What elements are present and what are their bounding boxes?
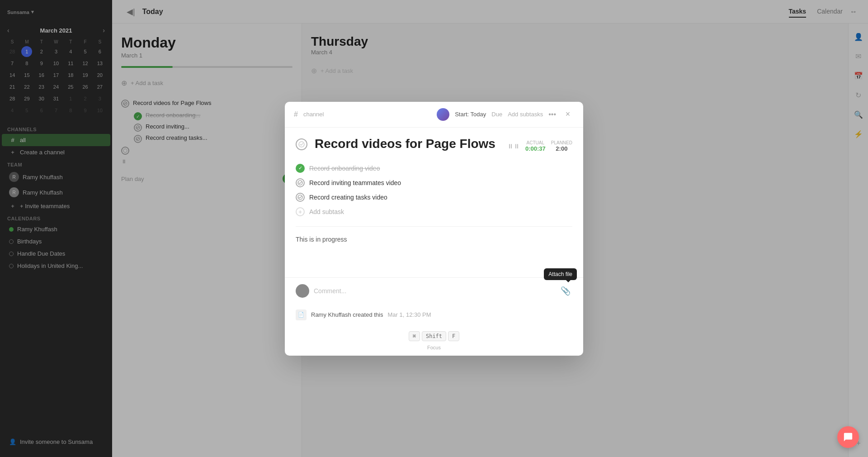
attach-tooltip: Attach file [544,268,577,280]
task-title-row: Record videos for Page Flows ⏸⏸ ACTUAL 0… [296,137,572,152]
add-subtask-icon: + [296,207,305,216]
subtask-2-label[interactable]: Record inviting teammates video [309,179,401,186]
hash-icon: # [294,110,298,119]
modal-due-date[interactable]: Due [491,111,502,118]
actual-timer: ACTUAL 0:00:37 [525,140,546,152]
subtask-3-check[interactable] [296,193,305,202]
timer-pause-button[interactable]: ⏸⏸ [507,143,520,150]
subtask-1-check[interactable]: ✓ [296,164,305,173]
activity-time: Mar 1, 12:30 PM [387,311,431,318]
chat-bubble[interactable] [837,426,859,448]
modal-avatar [437,108,449,121]
modal-start-date[interactable]: Start: Today [455,111,486,118]
task-main-check[interactable] [296,138,307,150]
modal-divider [296,226,572,227]
kbd-f: F [448,331,459,341]
activity-icon: 📄 [296,309,307,320]
chat-icon [843,432,853,442]
modal-add-subtasks[interactable]: Add subtasks [508,111,543,118]
modal-header: # channel Start: Today Due Add subtasks … [285,102,583,128]
task-main-title[interactable]: Record videos for Page Flows [315,137,500,151]
modal-close-button[interactable]: × [561,108,574,121]
subtask-1-label[interactable]: Record onboarding video [309,165,380,172]
modal-overlay[interactable]: # channel Start: Today Due Add subtasks … [0,0,868,457]
subtask-3-label[interactable]: Record creating tasks video [309,194,387,201]
comment-input[interactable] [314,287,554,295]
attach-file-button[interactable]: 📎 Attach file [559,284,572,298]
activity-row: 📄 Ramy Khuffash created this Mar 1, 12:3… [285,304,583,326]
planned-timer: PLANNED 2:00 [551,140,572,152]
subtask-item-3: Record creating tasks video [296,190,572,205]
modal-notes[interactable]: This is in progress [296,232,572,268]
actual-value: 0:00:37 [525,145,546,152]
kbd-shift: Shift [422,331,446,341]
comment-section: 📎 Attach file [285,277,583,304]
kbd-focus-label: Focus [427,345,441,350]
planned-label: PLANNED [551,140,572,145]
subtask-item-2: Record inviting teammates video [296,176,572,190]
subtask-2-check[interactable] [296,178,305,187]
subtask-item-1: ✓ Record onboarding video [296,161,572,176]
timer-controls: ⏸⏸ ACTUAL 0:00:37 PLANNED 2:00 [507,140,572,152]
comment-row: 📎 Attach file [296,284,572,298]
modal-body: Record videos for Page Flows ⏸⏸ ACTUAL 0… [285,128,583,277]
timer-stats: ACTUAL 0:00:37 PLANNED 2:00 [525,140,572,152]
add-subtask-button[interactable]: + Add subtask [296,205,572,219]
planned-value: 2:00 [551,145,572,152]
kbd-cmd: ⌘ [409,331,420,341]
add-subtask-label: Add subtask [309,208,344,215]
modal-more-button[interactable]: ••• [548,110,556,119]
keyboard-hint: ⌘ Shift F Focus [285,326,583,356]
subtask-list: ✓ Record onboarding video Record invitin… [296,161,572,219]
actual-label: ACTUAL [525,140,546,145]
task-modal: # channel Start: Today Due Add subtasks … [285,102,583,356]
modal-channel: channel [303,111,324,118]
comment-avatar [296,284,309,298]
activity-text: Ramy Khuffash created this [311,311,383,318]
